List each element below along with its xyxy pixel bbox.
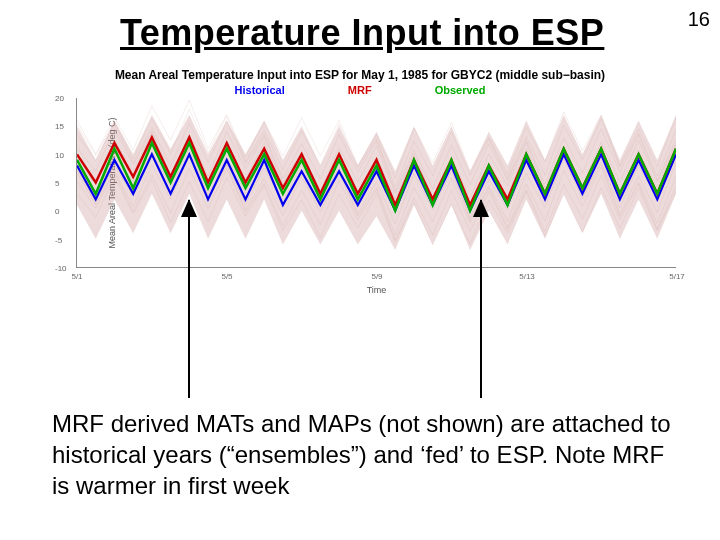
temperature-chart: Mean Areal Temperature Input into ESP fo… — [40, 68, 680, 298]
chart-legend: Historical MRF Observed — [40, 84, 680, 96]
pointer-arrow-left — [188, 200, 190, 398]
xtick: 5/5 — [221, 272, 232, 281]
legend-historical: Historical — [235, 84, 285, 96]
caption-text: MRF derived MATs and MAPs (not shown) ar… — [52, 408, 672, 502]
ytick: 10 — [55, 150, 64, 159]
xtick: 5/17 — [669, 272, 685, 281]
legend-mrf: MRF — [348, 84, 372, 96]
ytick: 0 — [55, 207, 59, 216]
legend-observed: Observed — [435, 84, 486, 96]
pointer-arrow-right — [480, 200, 482, 398]
x-axis-label: Time — [367, 285, 387, 295]
xtick: 5/1 — [71, 272, 82, 281]
page-title: Temperature Input into ESP — [120, 12, 604, 54]
xtick: 5/9 — [371, 272, 382, 281]
chart-title: Mean Areal Temperature Input into ESP fo… — [40, 68, 680, 82]
ytick: -10 — [55, 264, 67, 273]
page-number: 16 — [688, 8, 710, 31]
xtick: 5/13 — [519, 272, 535, 281]
ytick: -5 — [55, 235, 62, 244]
plot-area: Mean Areal Temperature (deg C) Time -10-… — [76, 98, 676, 268]
ytick: 15 — [55, 122, 64, 131]
ytick: 5 — [55, 179, 59, 188]
ytick: 20 — [55, 94, 64, 103]
